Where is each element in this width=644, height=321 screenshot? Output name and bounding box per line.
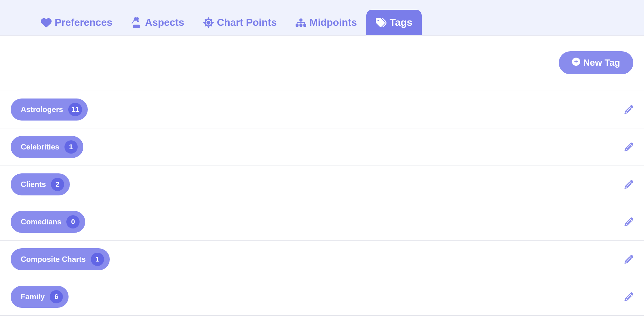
tab-label: Tags (390, 17, 412, 28)
tag-count-badge: 0 (66, 215, 80, 228)
compass-icon (131, 17, 142, 28)
tag-row: Celebrities 1 (0, 128, 644, 166)
tag-count-badge: 1 (64, 140, 78, 154)
tag-pill-family[interactable]: Family 6 (11, 286, 69, 308)
action-bar: New Tag (11, 51, 633, 74)
tag-row: Clients 2 (0, 166, 644, 203)
tag-pill-comedians[interactable]: Comedians 0 (11, 211, 85, 233)
tag-row: Astrologers 11 (0, 91, 644, 128)
tag-pill-celebrities[interactable]: Celebrities 1 (11, 136, 83, 158)
pencil-icon[interactable] (625, 292, 633, 301)
tab-chart-points[interactable]: Chart Points (194, 10, 286, 35)
plus-circle-icon (572, 58, 580, 68)
tab-label: Chart Points (217, 17, 277, 28)
tag-count-badge: 1 (91, 253, 104, 266)
tag-pill-composite-charts[interactable]: Composite Charts 1 (11, 248, 110, 270)
tag-count-badge: 2 (51, 178, 64, 191)
pencil-icon[interactable] (625, 180, 633, 189)
pencil-icon[interactable] (625, 105, 633, 114)
sun-icon (203, 17, 214, 28)
pencil-icon[interactable] (625, 143, 633, 151)
tab-label: Preferences (55, 17, 112, 28)
tag-name: Celebrities (21, 143, 59, 151)
heart-icon (41, 17, 52, 28)
tag-pill-astrologers[interactable]: Astrologers 11 (11, 99, 88, 121)
tag-name: Astrologers (21, 105, 63, 114)
tag-count-badge: 6 (50, 290, 63, 303)
new-tag-button[interactable]: New Tag (559, 51, 633, 74)
tag-list: Astrologers 11 Celebrities 1 Clients 2 (0, 91, 644, 316)
tab-tags[interactable]: Tags (366, 10, 422, 35)
new-tag-label: New Tag (583, 58, 620, 68)
tag-name: Family (21, 292, 45, 301)
tab-label: Aspects (145, 17, 184, 28)
tag-count-badge: 11 (68, 103, 82, 116)
tab-midpoints[interactable]: Midpoints (286, 10, 366, 35)
tags-icon (376, 17, 386, 28)
tab-preferences[interactable]: Preferences (31, 10, 122, 35)
tag-row: Family 6 (0, 278, 644, 316)
pencil-icon[interactable] (625, 255, 633, 264)
pencil-icon[interactable] (625, 217, 633, 226)
tab-aspects[interactable]: Aspects (122, 10, 194, 35)
tag-row: Comedians 0 (0, 203, 644, 240)
tag-row: Composite Charts 1 (0, 240, 644, 278)
tag-name: Comedians (21, 217, 61, 226)
content-area: New Tag Astrologers 11 Celebrities 1 Cli (0, 36, 644, 316)
tab-bar: Preferences Aspects Chart Points Midpoin… (0, 0, 644, 36)
tag-name: Clients (21, 180, 46, 189)
sitemap-icon (296, 17, 306, 28)
tag-pill-clients[interactable]: Clients 2 (11, 173, 70, 195)
tag-name: Composite Charts (21, 255, 86, 264)
tab-label: Midpoints (309, 17, 357, 28)
